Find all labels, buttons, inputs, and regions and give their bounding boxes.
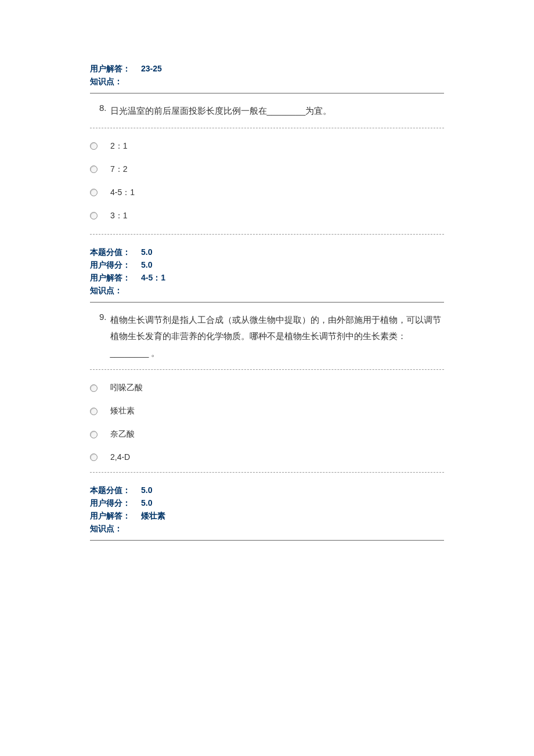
option-row[interactable]: 吲哚乙酸 [90, 383, 444, 393]
value-user-answer: 4-5：1 [141, 273, 165, 283]
question-text: 植物生长调节剂是指人工合成（或从微生物中提取）的，由外部施用于植物，可以调节植物… [110, 312, 444, 362]
meta-row-score: 本题分值： 5.0 [90, 485, 444, 496]
meta-row-knowledge: 知识点： [90, 524, 444, 534]
label-user-score: 用户得分： [90, 498, 136, 509]
label-question-score: 本题分值： [90, 247, 136, 258]
option-text: 2,4-D [110, 452, 130, 462]
meta-row-user-answer: 用户解答： 23-25 [90, 64, 444, 74]
q7-meta-tail: 用户解答： 23-25 知识点： [90, 64, 444, 87]
option-text: 7：2 [110, 164, 128, 175]
radio-icon[interactable] [90, 189, 98, 196]
divider-solid [90, 93, 444, 93]
label-user-answer: 用户解答： [90, 64, 136, 74]
option-text: 3：1 [110, 211, 128, 221]
value-question-score: 5.0 [141, 247, 152, 257]
radio-icon[interactable] [90, 384, 98, 392]
divider-dashed [90, 369, 444, 370]
meta-row-user-score: 用户得分： 5.0 [90, 260, 444, 271]
value-user-score: 5.0 [141, 260, 152, 269]
label-user-answer: 用户解答： [90, 511, 136, 521]
option-row[interactable]: 2,4-D [90, 452, 444, 462]
meta-row-knowledge: 知识点： [90, 286, 444, 296]
divider-dashed [90, 472, 444, 473]
q9-options: 吲哚乙酸 矮壮素 奈乙酸 2,4-D [90, 383, 444, 462]
label-user-answer: 用户解答： [90, 273, 136, 283]
option-text: 吲哚乙酸 [110, 383, 143, 393]
option-row[interactable]: 3：1 [90, 211, 444, 221]
option-row[interactable]: 4-5：1 [90, 188, 444, 198]
divider-solid [90, 302, 444, 303]
value-user-answer-q7: 23-25 [141, 64, 162, 73]
option-text: 2：1 [110, 141, 128, 152]
option-row[interactable]: 矮壮素 [90, 406, 444, 416]
question-number: 8. [99, 103, 107, 113]
meta-row-user-answer: 用户解答： 4-5：1 [90, 273, 444, 283]
question-number: 9. [99, 312, 107, 322]
meta-row-knowledge: 知识点： [90, 77, 444, 87]
question-9: 9. 植物生长调节剂是指人工合成（或从微生物中提取）的，由外部施用于植物，可以调… [90, 312, 444, 362]
divider-dashed [90, 234, 444, 235]
radio-icon[interactable] [90, 212, 98, 219]
label-knowledge-point: 知识点： [90, 77, 136, 87]
question-8: 8. 日光温室的前后屋面投影长度比例一般在________为宜。 [90, 103, 444, 120]
radio-icon[interactable] [90, 453, 98, 461]
label-knowledge-point: 知识点： [90, 286, 136, 296]
meta-row-score: 本题分值： 5.0 [90, 247, 444, 258]
divider-dashed [90, 128, 444, 128]
q9-meta: 本题分值： 5.0 用户得分： 5.0 用户解答： 矮壮素 知识点： [90, 485, 444, 534]
radio-icon[interactable] [90, 408, 98, 415]
option-text: 矮壮素 [110, 406, 135, 416]
q8-options: 2：1 7：2 4-5：1 3：1 [90, 141, 444, 221]
value-user-score: 5.0 [141, 498, 152, 507]
label-knowledge-point: 知识点： [90, 524, 136, 534]
option-text: 4-5：1 [110, 188, 135, 198]
value-question-score: 5.0 [141, 485, 152, 495]
question-text: 日光温室的前后屋面投影长度比例一般在________为宜。 [110, 103, 444, 120]
radio-icon[interactable] [90, 431, 98, 438]
radio-icon[interactable] [90, 165, 98, 173]
option-text: 奈乙酸 [110, 429, 135, 440]
label-question-score: 本题分值： [90, 485, 136, 496]
meta-row-user-answer: 用户解答： 矮壮素 [90, 511, 444, 521]
option-row[interactable]: 2：1 [90, 141, 444, 152]
radio-icon[interactable] [90, 142, 98, 150]
meta-row-user-score: 用户得分： 5.0 [90, 498, 444, 509]
option-row[interactable]: 奈乙酸 [90, 429, 444, 440]
label-user-score: 用户得分： [90, 260, 136, 271]
q8-meta: 本题分值： 5.0 用户得分： 5.0 用户解答： 4-5：1 知识点： [90, 247, 444, 296]
divider-solid [90, 540, 444, 541]
value-user-answer: 矮壮素 [141, 511, 165, 521]
option-row[interactable]: 7：2 [90, 164, 444, 175]
